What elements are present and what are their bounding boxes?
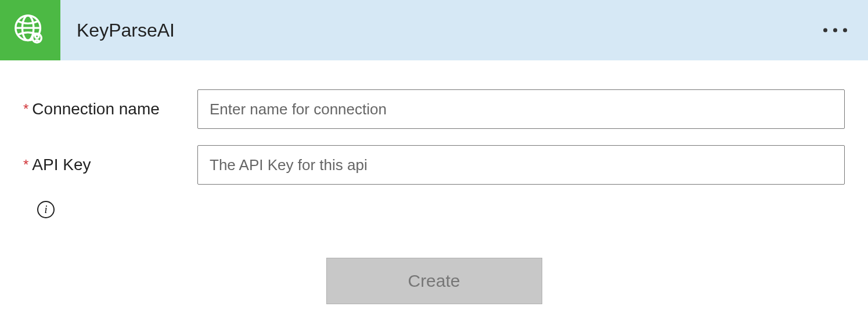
ellipsis-dot-icon	[843, 28, 847, 33]
required-asterisk-icon: *	[23, 157, 28, 173]
globe-search-icon	[12, 12, 48, 48]
connection-name-input[interactable]	[197, 89, 845, 129]
button-row: Create	[23, 258, 845, 304]
field-label-text: API Key	[32, 156, 91, 174]
info-row: i	[23, 201, 845, 218]
create-button[interactable]: Create	[326, 258, 542, 304]
label-connection-name: * Connection name	[23, 100, 197, 118]
label-api-key: * API Key	[23, 156, 197, 174]
connection-form: * Connection name * API Key i Create	[0, 60, 868, 304]
info-icon[interactable]: i	[37, 201, 55, 218]
ellipsis-dot-icon	[823, 28, 827, 33]
api-key-input[interactable]	[197, 145, 845, 185]
required-asterisk-icon: *	[23, 101, 28, 117]
field-label-text: Connection name	[32, 100, 159, 118]
more-options-button[interactable]	[819, 24, 852, 37]
ellipsis-dot-icon	[833, 28, 837, 33]
field-row-api-key: * API Key	[23, 145, 845, 185]
connector-title: KeyParseAI	[77, 20, 175, 41]
connector-icon-box	[0, 0, 60, 60]
header-bar: KeyParseAI	[0, 0, 868, 60]
field-row-connection-name: * Connection name	[23, 89, 845, 129]
